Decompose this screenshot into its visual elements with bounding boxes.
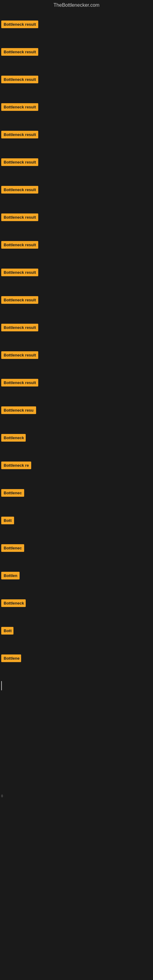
list-item (0, 672, 153, 700)
bottleneck-result-badge[interactable]: Bottleneck re (1, 461, 31, 469)
list-item: Bottleneck result (0, 176, 153, 204)
list-item: Bottleneck result (0, 231, 153, 258)
list-item: Bottleneck result (0, 204, 153, 231)
bottleneck-result-badge[interactable]: Bottlenec (1, 489, 24, 497)
list-item: Bottlene (0, 644, 153, 672)
bottleneck-result-badge[interactable]: Bottlene (1, 654, 21, 662)
list-item: Bottleneck result (0, 286, 153, 313)
bottleneck-result-badge[interactable]: Bott (1, 517, 14, 524)
bottleneck-result-badge[interactable]: Bottleneck result (1, 21, 38, 28)
site-title: TheBottlenecker.com (0, 0, 153, 10)
list-item (0, 837, 153, 865)
bottleneck-result-badge[interactable]: Bottleneck result (1, 131, 38, 138)
bottleneck-result-badge[interactable]: Bottleneck result (1, 103, 38, 111)
list-item: Bott (0, 506, 153, 534)
bottleneck-result-badge[interactable]: Bott (1, 627, 13, 635)
bottleneck-result-badge[interactable]: Bottleneck result (1, 296, 38, 304)
list-item (0, 727, 153, 755)
list-item: Bottleneck result (0, 93, 153, 121)
cursor (1, 681, 2, 690)
list-item: Bottlenec (0, 479, 153, 506)
list-item: Bottleneck (0, 589, 153, 617)
list-item: Bottleneck result (0, 369, 153, 396)
bottleneck-result-badge[interactable]: Bottleneck (1, 434, 26, 442)
list-item: Bottleneck result (0, 341, 153, 369)
bottleneck-result-badge[interactable]: Bottleneck result (1, 186, 38, 194)
bottleneck-result-badge[interactable]: Bottleneck result (1, 324, 38, 331)
list-item: Bottleneck result (0, 65, 153, 93)
list-item (0, 755, 153, 782)
list-item: Bottleneck result (0, 258, 153, 286)
list-item: Bottleneck result (0, 148, 153, 176)
bottleneck-result-badge[interactable]: Bottleneck result (1, 48, 38, 56)
bottleneck-result-badge[interactable]: Bottleneck result (1, 158, 38, 166)
bottleneck-result-badge[interactable]: Bottlenec (1, 544, 24, 552)
list-item: Bottleneck re (0, 452, 153, 479)
list-item: Bottleneck result (0, 121, 153, 148)
list-item (0, 810, 153, 837)
bottleneck-result-badge[interactable]: Bottleneck result (1, 241, 38, 249)
list-item: Bottleneck resu (0, 396, 153, 424)
list-item: Bottleneck result (0, 38, 153, 65)
list-item (0, 700, 153, 727)
list-item (0, 920, 153, 948)
bottleneck-result-badge[interactable]: Bottleneck result (1, 213, 38, 221)
bottleneck-result-badge[interactable]: Bottleneck result (1, 269, 38, 276)
bottleneck-result-badge[interactable]: Bottleneck (1, 599, 26, 607)
bottleneck-result-badge[interactable]: Bottleneck result (1, 379, 38, 387)
list-item: Bott (0, 617, 153, 644)
list-item (0, 865, 153, 892)
list-item: 0 (0, 782, 153, 810)
list-item: Bottleneck result (0, 313, 153, 341)
bottleneck-result-badge[interactable]: Bottleneck result (1, 76, 38, 83)
list-item (0, 892, 153, 920)
list-item: Bottlen (0, 562, 153, 589)
bottleneck-result-badge[interactable]: Bottlen (1, 572, 19, 579)
bottleneck-result-badge[interactable]: Bottleneck result (1, 351, 38, 359)
list-item: Bottlenec (0, 534, 153, 562)
list-item: Bottleneck (0, 424, 153, 452)
list-item: Bottleneck result (0, 10, 153, 38)
small-label: 0 (1, 794, 3, 798)
bottleneck-result-badge[interactable]: Bottleneck resu (1, 406, 36, 414)
